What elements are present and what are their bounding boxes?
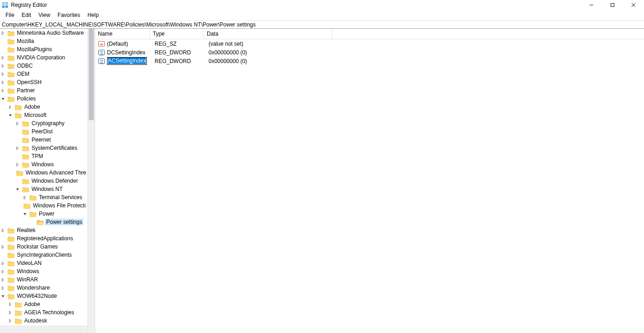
value-name-edit[interactable]: ACSettingIndex bbox=[107, 57, 147, 65]
chevron-right-icon[interactable] bbox=[0, 71, 6, 77]
chevron-right-icon[interactable] bbox=[0, 260, 6, 266]
chevron-down-icon[interactable] bbox=[0, 96, 6, 102]
chevron-right-icon[interactable] bbox=[0, 30, 6, 36]
chevron-right-icon[interactable] bbox=[22, 195, 28, 201]
tree-item[interactable]: Cryptography bbox=[0, 119, 87, 127]
folder-icon bbox=[29, 195, 37, 201]
tree-item[interactable]: Adobe bbox=[0, 103, 87, 111]
tree-item[interactable]: AGEIA Technologies bbox=[0, 308, 87, 317]
tree-item-label: Windows Defender bbox=[31, 178, 79, 184]
chevron-right-icon[interactable] bbox=[15, 162, 21, 168]
menu-help[interactable]: Help bbox=[84, 11, 102, 19]
tree-item[interactable]: Windows Defender bbox=[0, 177, 87, 185]
chevron-right-icon[interactable] bbox=[0, 285, 6, 291]
chevron-right-icon[interactable] bbox=[7, 310, 13, 316]
close-button[interactable] bbox=[623, 0, 644, 10]
tree-item-label: TPM bbox=[31, 153, 44, 159]
tree-item-label: Wondershare bbox=[16, 285, 51, 291]
menu-edit[interactable]: Edit bbox=[18, 11, 35, 19]
tree-item[interactable]: ODBC bbox=[0, 62, 87, 70]
tree-item-label: Microsoft bbox=[23, 112, 48, 118]
column-header-data[interactable]: Data bbox=[204, 29, 332, 39]
chevron-down-icon[interactable] bbox=[15, 186, 21, 192]
column-header-type[interactable]: Type bbox=[150, 29, 204, 39]
tree-item[interactable]: Adobe bbox=[0, 300, 87, 308]
address-bar[interactable]: Computer\HKEY_LOCAL_MACHINE\SOFTWARE\Pol… bbox=[0, 20, 644, 29]
chevron-right-icon[interactable] bbox=[0, 244, 6, 250]
tree-item[interactable]: TPM bbox=[0, 152, 87, 160]
folder-icon bbox=[22, 145, 29, 151]
tree-item[interactable]: WOW6432Node bbox=[0, 292, 87, 300]
tree-item[interactable]: SystemCertificates bbox=[0, 144, 87, 152]
menu-view[interactable]: View bbox=[35, 11, 54, 19]
tree-item[interactable]: Windows bbox=[0, 160, 87, 169]
chevron-right-icon[interactable] bbox=[0, 88, 6, 94]
folder-icon bbox=[22, 186, 29, 192]
tree-item[interactable]: Power bbox=[0, 210, 87, 218]
chevron-right-icon[interactable] bbox=[0, 227, 6, 233]
tree-item[interactable]: Power settings bbox=[0, 218, 87, 226]
tree-vertical-scrollbar[interactable] bbox=[87, 29, 95, 333]
chevron-right-icon[interactable] bbox=[0, 55, 6, 61]
tree-item[interactable]: Windows bbox=[0, 267, 87, 275]
tree-item[interactable]: SyncIntegrationClients bbox=[0, 251, 87, 259]
tree-item[interactable]: WinRAR bbox=[0, 275, 87, 284]
tree-item[interactable]: PeerDist bbox=[0, 127, 87, 136]
chevron-right-icon[interactable] bbox=[15, 145, 21, 151]
menu-file[interactable]: File bbox=[2, 11, 18, 19]
dword-value-icon bbox=[98, 58, 105, 65]
tree-item[interactable]: MozillaPlugins bbox=[0, 45, 87, 53]
app-title: Registry Editor bbox=[11, 2, 47, 8]
tree-item-label: SyncIntegrationClients bbox=[16, 252, 73, 258]
tree-item[interactable]: Partner bbox=[0, 86, 87, 95]
tree-item[interactable]: Wondershare bbox=[0, 284, 87, 292]
chevron-right-icon[interactable] bbox=[0, 79, 6, 85]
tree-item[interactable]: Rockstar Games bbox=[0, 243, 87, 251]
folder-icon bbox=[7, 55, 15, 61]
tree-item[interactable]: Microsoft bbox=[0, 111, 87, 119]
chevron-right-icon[interactable] bbox=[7, 318, 13, 324]
folder-icon bbox=[7, 30, 15, 36]
tree-item[interactable]: OpenSSH bbox=[0, 78, 87, 86]
folder-icon bbox=[29, 211, 37, 217]
tree-item[interactable]: NVIDIA Corporation bbox=[0, 53, 87, 62]
menu-favorites[interactable]: Favorites bbox=[54, 11, 84, 19]
tree-item[interactable]: RegisteredApplications bbox=[0, 234, 87, 243]
svg-rect-11 bbox=[611, 4, 614, 7]
expander-placeholder bbox=[15, 137, 21, 143]
value-row[interactable]: (Default)REG_SZ(value not set) bbox=[95, 39, 644, 48]
tree-horizontal-scrollbar[interactable] bbox=[0, 326, 87, 333]
minimize-button[interactable] bbox=[581, 0, 602, 10]
chevron-down-icon[interactable] bbox=[0, 293, 6, 299]
chevron-right-icon[interactable] bbox=[7, 104, 13, 110]
maximize-button[interactable] bbox=[602, 0, 623, 10]
value-row[interactable]: ACSettingIndexREG_DWORD0x00000000 (0) bbox=[95, 57, 644, 65]
tree-item[interactable]: Terminal Services bbox=[0, 193, 87, 201]
chevron-down-icon[interactable] bbox=[22, 211, 28, 217]
value-row[interactable]: DCSettingIndexREG_DWORD0x00000000 (0) bbox=[95, 48, 644, 57]
tree-item[interactable]: Policies bbox=[0, 95, 87, 103]
folder-icon bbox=[15, 112, 22, 118]
tree-item[interactable]: Autodesk bbox=[0, 317, 87, 325]
chevron-right-icon[interactable] bbox=[0, 63, 6, 69]
tree-item[interactable]: Mozilla bbox=[0, 37, 87, 45]
tree-item[interactable]: Realtek bbox=[0, 226, 87, 234]
tree-item[interactable]: OEM bbox=[0, 70, 87, 78]
chevron-down-icon[interactable] bbox=[7, 112, 13, 118]
tree-scroll-thumb[interactable] bbox=[89, 29, 94, 120]
tree-item[interactable]: Peernet bbox=[0, 136, 87, 144]
folder-icon bbox=[7, 285, 15, 291]
chevron-right-icon[interactable] bbox=[0, 269, 6, 275]
tree-item[interactable]: Windows Advanced Thre bbox=[0, 169, 87, 177]
tree-item[interactable]: VideoLAN bbox=[0, 259, 87, 267]
folder-icon bbox=[7, 96, 15, 102]
tree-item[interactable]: Windows NT bbox=[0, 185, 87, 193]
tree-item[interactable]: Minnetonka Audio Software bbox=[0, 29, 87, 37]
tree-item[interactable]: Windows File Protecti bbox=[0, 201, 87, 210]
value-data: 0x00000000 (0) bbox=[206, 58, 250, 64]
chevron-right-icon[interactable] bbox=[15, 121, 21, 127]
chevron-right-icon[interactable] bbox=[7, 301, 13, 307]
chevron-right-icon[interactable] bbox=[0, 277, 6, 283]
tree-item-label: Windows NT bbox=[31, 186, 64, 192]
column-header-name[interactable]: Name bbox=[95, 29, 150, 39]
